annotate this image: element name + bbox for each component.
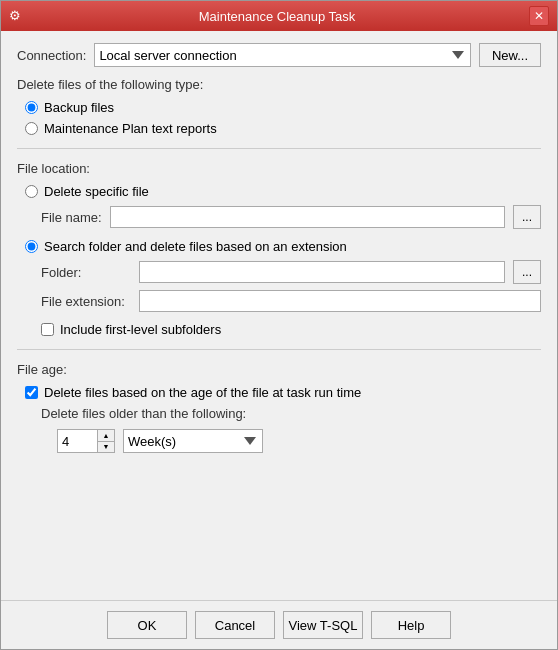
file-extension-input[interactable] [139,290,541,312]
connection-row: Connection: Local server connection New.… [17,43,541,67]
file-name-label: File name: [41,210,102,225]
delete-by-age-checkbox[interactable] [25,386,38,399]
divider1 [17,148,541,149]
age-number-input-container: ▲ ▼ [57,429,115,453]
titlebar: ⚙ Maintenance Cleanup Task ✕ [1,1,557,31]
delete-based-age-row: Delete files based on the age of the fil… [17,385,541,400]
backup-files-label: Backup files [44,100,114,115]
footer: OK Cancel View T-SQL Help [1,600,557,649]
delete-files-section: Delete files of the following type: Back… [17,77,541,136]
divider2 [17,349,541,350]
file-location-label: File location: [17,161,541,176]
new-connection-button[interactable]: New... [479,43,541,67]
app-icon: ⚙ [9,8,25,24]
filename-row: File name: ... [17,205,541,229]
search-folder-row: Search folder and delete files based on … [17,239,541,254]
main-window: ⚙ Maintenance Cleanup Task ✕ Connection:… [0,0,558,650]
delete-specific-row: Delete specific file [17,184,541,199]
content-area: Connection: Local server connection New.… [1,31,557,600]
window-title: Maintenance Cleanup Task [25,9,529,24]
folder-row: Folder: ... [17,260,541,284]
file-age-label: File age: [17,362,541,377]
age-increment-button[interactable]: ▲ [98,430,114,442]
delete-specific-label: Delete specific file [44,184,149,199]
backup-files-row: Backup files [17,100,541,115]
connection-dropdown[interactable]: Local server connection [94,43,470,67]
help-button[interactable]: Help [371,611,451,639]
close-button[interactable]: ✕ [529,6,549,26]
maintenance-plan-radio[interactable] [25,122,38,135]
ok-button[interactable]: OK [107,611,187,639]
delete-by-age-label: Delete files based on the age of the fil… [44,385,361,400]
backup-files-radio[interactable] [25,101,38,114]
file-name-input[interactable] [110,206,505,228]
delete-specific-radio[interactable] [25,185,38,198]
file-age-section: File age: Delete files based on the age … [17,362,541,453]
file-extension-label: File extension: [41,294,131,309]
age-value-row: ▲ ▼ Day(s) Week(s) Month(s) [17,429,541,453]
delete-older-label: Delete files older than the following: [41,406,246,421]
browse-folder-button[interactable]: ... [513,260,541,284]
include-subfolders-label: Include first-level subfolders [60,322,221,337]
folder-label: Folder: [41,265,131,280]
age-spinner: ▲ ▼ [98,430,114,452]
delete-files-label: Delete files of the following type: [17,77,541,92]
maintenance-plan-row: Maintenance Plan text reports [17,121,541,136]
search-folder-label: Search folder and delete files based on … [44,239,347,254]
include-subfolders-checkbox[interactable] [41,323,54,336]
age-number-input[interactable] [58,430,98,452]
browse-file-button[interactable]: ... [513,205,541,229]
maintenance-plan-label: Maintenance Plan text reports [44,121,217,136]
file-extension-row: File extension: [17,290,541,312]
connection-label: Connection: [17,48,86,63]
search-folder-radio[interactable] [25,240,38,253]
age-decrement-button[interactable]: ▼ [98,442,114,453]
cancel-button[interactable]: Cancel [195,611,275,639]
folder-input[interactable] [139,261,505,283]
file-location-section: File location: Delete specific file File… [17,161,541,337]
include-subfolders-row: Include first-level subfolders [17,322,541,337]
delete-older-label-row: Delete files older than the following: [17,406,541,421]
view-tsql-button[interactable]: View T-SQL [283,611,363,639]
age-unit-dropdown[interactable]: Day(s) Week(s) Month(s) [123,429,263,453]
